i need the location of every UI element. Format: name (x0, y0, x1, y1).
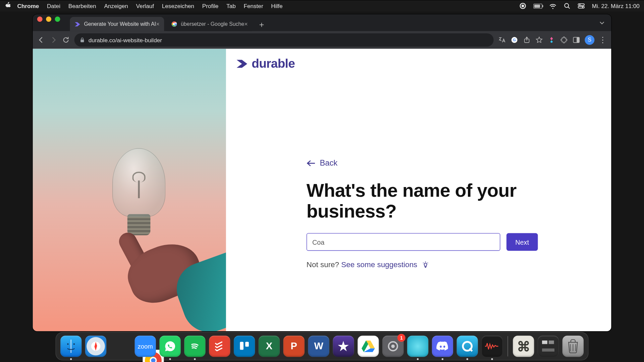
menubar-app-name[interactable]: Chrome (17, 2, 39, 9)
panel-app-icon[interactable] (538, 336, 559, 357)
powerpoint-app-icon[interactable]: P (283, 336, 305, 357)
system-settings-app-icon[interactable]: 1 (382, 336, 404, 357)
close-window-icon[interactable] (37, 16, 43, 22)
form-panel: durable Back What's the name of your bus… (226, 49, 611, 331)
svg-rect-30 (542, 348, 554, 351)
chrome-menu-icon[interactable]: ⋮ (599, 35, 607, 45)
finder-app-icon[interactable] (60, 336, 82, 357)
tab-close-icon[interactable]: × (156, 20, 160, 27)
google-account-icon[interactable]: G (511, 36, 519, 44)
menu-profile[interactable]: Profile (202, 2, 219, 9)
dock-separator (507, 336, 508, 356)
durable-favicon-icon (74, 21, 80, 27)
svg-point-26 (391, 344, 395, 348)
window-controls[interactable] (37, 14, 64, 27)
lock-icon (79, 37, 85, 43)
menubar-datetime[interactable]: Mi. 22. März 11:00 (592, 2, 640, 9)
svg-point-17 (73, 343, 75, 345)
svg-point-2 (565, 3, 569, 7)
svg-rect-21 (245, 342, 249, 347)
lightbulb-icon (422, 261, 429, 268)
safari-app-icon[interactable] (85, 336, 106, 357)
back-label: Back (320, 158, 337, 168)
fullscreen-window-icon[interactable] (55, 16, 60, 22)
menu-lesezeichen[interactable]: Lesezeichen (162, 2, 194, 9)
menu-fenster[interactable]: Fenster (244, 2, 263, 9)
spotlight-icon[interactable] (564, 2, 571, 9)
tab-overflow-icon[interactable] (599, 14, 607, 31)
svg-point-7 (582, 6, 583, 7)
minimize-window-icon[interactable] (46, 16, 51, 22)
menu-anzeigen[interactable]: Anzeigen (104, 2, 128, 9)
record-icon[interactable] (520, 2, 527, 9)
zoom-app-icon[interactable]: zoom (135, 336, 156, 357)
suggestions-link[interactable]: See some suggestions (341, 260, 417, 269)
quicktime-app-icon[interactable] (457, 336, 478, 357)
profile-avatar[interactable]: S (585, 35, 594, 45)
menu-hilfe[interactable]: Hilfe (271, 2, 282, 9)
back-button[interactable] (37, 36, 45, 44)
imovie-app-icon[interactable]: ★ (333, 336, 354, 357)
hero-image-panel (33, 49, 226, 331)
tab-strip: Generate Your Website with AI × übersetz… (33, 14, 611, 31)
chrome-window: Generate Your Website with AI × übersetz… (33, 14, 611, 331)
next-button[interactable]: Next (506, 233, 538, 251)
svg-text:G: G (513, 38, 516, 42)
spotify-app-icon[interactable] (184, 336, 205, 357)
durable-logo-text: durable (252, 57, 295, 71)
menu-datei[interactable]: Datei (47, 2, 60, 9)
excel-app-icon[interactable]: X (259, 336, 280, 357)
svg-rect-28 (542, 340, 547, 344)
share-icon[interactable] (523, 36, 531, 44)
macos-dock: zoom X P W ★ 1 ⌘ (55, 332, 588, 360)
tab-google-search[interactable]: übersetzer - Google Suche × (167, 17, 252, 31)
utility-glyph: ⌘ (517, 338, 530, 354)
tab-title: übersetzer - Google Suche (181, 21, 244, 27)
new-tab-button[interactable]: ＋ (256, 18, 267, 30)
menu-bearbeiten[interactable]: Bearbeiten (68, 2, 96, 9)
google-drive-app-icon[interactable] (358, 336, 379, 357)
ppt-letter: P (291, 340, 297, 352)
extension-diamond-icon[interactable] (548, 36, 556, 44)
svg-rect-29 (549, 340, 554, 344)
svg-point-16 (67, 343, 68, 345)
back-link[interactable]: Back (307, 158, 585, 168)
side-panel-icon[interactable] (572, 36, 580, 44)
suggestions-row: Not sure? See some suggestions (307, 260, 585, 269)
bookmark-icon[interactable] (535, 36, 543, 44)
menu-tab[interactable]: Tab (226, 2, 236, 9)
cyan-sphere-app-icon[interactable] (407, 336, 428, 357)
reload-button[interactable] (62, 36, 70, 44)
arrow-left-icon (307, 159, 315, 166)
utility-app-icon[interactable]: ⌘ (513, 336, 534, 357)
forward-button[interactable] (50, 36, 58, 44)
google-favicon-icon (171, 21, 177, 27)
trash-icon[interactable] (562, 336, 584, 357)
todoist-app-icon[interactable] (209, 336, 230, 357)
svg-rect-9 (80, 40, 84, 42)
address-bar[interactable]: durable.co/ai-website-builder (74, 33, 494, 47)
not-sure-label: Not sure? (307, 260, 341, 269)
toolbar: durable.co/ai-website-builder G S ⋮ (33, 31, 611, 49)
business-name-input[interactable] (307, 233, 500, 251)
trello-app-icon[interactable] (234, 336, 255, 357)
svg-rect-4 (578, 4, 584, 5)
control-center-icon[interactable] (578, 2, 585, 9)
translate-icon[interactable] (498, 36, 506, 44)
discord-app-icon[interactable] (432, 336, 453, 357)
wifi-icon[interactable] (549, 2, 556, 9)
extensions-icon[interactable] (560, 36, 568, 44)
macos-menubar: Chrome Datei Bearbeiten Anzeigen Verlauf… (0, 0, 644, 11)
url-text: durable.co/ai-website-builder (89, 37, 162, 43)
word-letter: W (314, 340, 323, 352)
menu-verlauf[interactable]: Verlauf (136, 2, 154, 9)
settings-badge: 1 (397, 334, 406, 342)
word-app-icon[interactable]: W (308, 336, 329, 357)
tab-active[interactable]: Generate Your Website with AI × (70, 17, 164, 31)
durable-logo[interactable]: durable (236, 57, 295, 71)
voice-memos-app-icon[interactable] (481, 336, 502, 357)
svg-rect-14 (577, 37, 579, 43)
whatsapp-app-icon[interactable] (159, 336, 180, 357)
battery-icon[interactable] (534, 3, 542, 8)
tab-close-icon[interactable]: × (244, 20, 248, 27)
